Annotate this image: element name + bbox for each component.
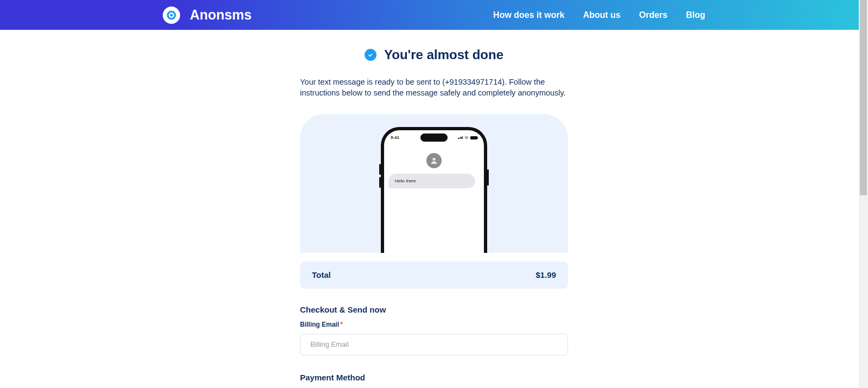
logo[interactable]: Anonsms — [163, 7, 252, 24]
phone-side-button-icon — [487, 169, 489, 186]
svg-point-3 — [432, 157, 435, 160]
intro-text: Your text message is ready to be sent to… — [300, 77, 568, 99]
nav-orders[interactable]: Orders — [639, 10, 667, 20]
scrollbar-thumb[interactable] — [860, 0, 867, 195]
wifi-icon — [464, 136, 469, 140]
avatar-icon — [426, 153, 442, 168]
required-mark: * — [340, 321, 343, 328]
check-icon — [365, 49, 376, 61]
phone-preview-panel: 9:41 Hello there — [300, 114, 568, 253]
total-label: Total — [312, 270, 331, 279]
phone-notch-icon — [420, 133, 448, 142]
heading-row: You're almost done — [300, 47, 568, 62]
phone-frame: 9:41 Hello there — [381, 127, 487, 253]
svg-point-1 — [170, 14, 173, 16]
phone-status-icons — [458, 136, 477, 140]
nav-how-does-it-work[interactable]: How does it work — [493, 10, 565, 20]
total-bar: Total $1.99 — [300, 262, 568, 289]
payment-method-title: Payment Method — [300, 373, 568, 382]
phone-time: 9:41 — [391, 135, 399, 140]
nav-about-us[interactable]: About us — [583, 10, 621, 20]
svg-point-2 — [467, 139, 467, 139]
billing-email-label: Billing Email* — [300, 321, 568, 328]
brand-name: Anonsms — [190, 7, 252, 23]
page-scrollbar[interactable] — [859, 0, 868, 388]
signal-icon — [458, 136, 463, 139]
total-amount: $1.99 — [535, 270, 556, 279]
billing-email-label-text: Billing Email — [300, 321, 339, 328]
main-content: You're almost done Your text message is … — [300, 30, 568, 388]
contact-avatar-row — [388, 153, 480, 168]
main-nav: How does it work About us Orders Blog — [493, 10, 705, 20]
checkout-title: Checkout & Send now — [300, 305, 568, 314]
site-header: Anonsms How does it work About us Orders… — [0, 0, 868, 30]
phone-side-button-icon — [379, 177, 381, 188]
nav-blog[interactable]: Blog — [686, 10, 705, 20]
brand-icon — [163, 7, 180, 24]
phone-side-button-icon — [379, 164, 381, 175]
billing-email-input[interactable] — [300, 334, 568, 355]
page-title: You're almost done — [384, 47, 503, 62]
phone-screen: 9:41 Hello there — [384, 130, 484, 253]
message-bubble: Hello there — [388, 174, 475, 188]
battery-icon — [470, 136, 477, 139]
